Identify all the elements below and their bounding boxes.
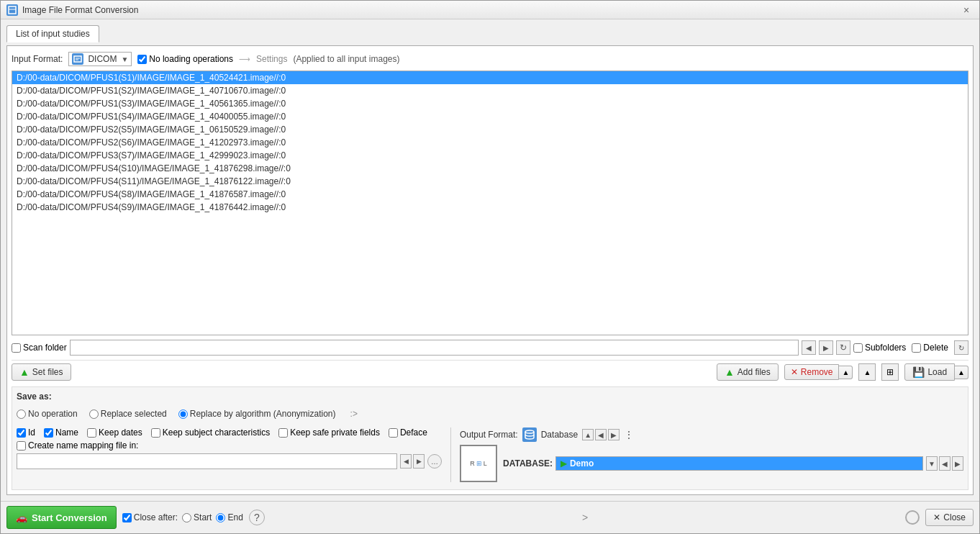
create-name-mapping-checkbox[interactable] bbox=[17, 441, 26, 451]
input-format-value: DICOM bbox=[85, 54, 119, 64]
add-files-label: Add files bbox=[738, 367, 771, 377]
list-item[interactable]: D:/00-data/DICOM/PFUS1(S3)/IMAGE/IMAGE_1… bbox=[12, 97, 968, 110]
output-prev-button[interactable]: ◀ bbox=[595, 429, 607, 440]
name-checkbox[interactable] bbox=[44, 428, 53, 438]
window-title: Image File Format Conversion bbox=[22, 5, 138, 15]
end-radio-label[interactable]: End bbox=[216, 512, 242, 522]
replace-algorithm-radio[interactable] bbox=[178, 409, 188, 419]
file-list[interactable]: D:/00-data/DICOM/PFUS1(S1)/IMAGE/IMAGE_1… bbox=[12, 71, 968, 335]
subfolders-label: Subfolders bbox=[865, 343, 906, 353]
name-mapping-next[interactable]: ▶ bbox=[413, 454, 425, 469]
scan-refresh-button[interactable]: ↻ bbox=[836, 340, 850, 355]
right-bottom: Output Format: Database ▲ bbox=[460, 427, 963, 482]
replace-algorithm-radio-label[interactable]: Replace by algorithm (Anonymization) bbox=[178, 409, 336, 419]
add-files-icon: ▲ bbox=[725, 366, 735, 378]
delete-checkbox[interactable] bbox=[912, 343, 921, 353]
no-loading-checkbox-label[interactable]: No loading operations bbox=[137, 54, 233, 64]
delete-checkbox-label[interactable]: Delete bbox=[912, 343, 948, 353]
settings-link[interactable]: Settings bbox=[256, 54, 287, 64]
keep-dates-checkbox[interactable] bbox=[87, 428, 96, 438]
name-mapping-prev[interactable]: ◀ bbox=[400, 454, 412, 469]
grid-view-button[interactable]: ⊞ bbox=[881, 363, 899, 381]
list-item[interactable]: D:/00-data/DICOM/PFUS4(S8)/IMAGE/IMAGE_1… bbox=[12, 188, 968, 201]
db-nav: ▼ ◀ ▶ bbox=[926, 456, 963, 471]
remove-label: Remove bbox=[801, 367, 833, 377]
scan-folder-input[interactable] bbox=[70, 340, 799, 356]
name-mapping-more[interactable]: … bbox=[427, 454, 442, 469]
scan-folder-checkbox-label[interactable]: Scan folder bbox=[12, 343, 67, 353]
close-button[interactable]: ✕ Close bbox=[925, 509, 974, 526]
list-item[interactable]: D:/00-data/DICOM/PFUS1(S1)/IMAGE/IMAGE_1… bbox=[12, 71, 968, 84]
list-item[interactable]: D:/00-data/DICOM/PFUS3(S7)/IMAGE/IMAGE_1… bbox=[12, 149, 968, 162]
db-prev-button[interactable]: ◀ bbox=[939, 456, 950, 471]
start-conversion-button[interactable]: 🚗 Start Conversion bbox=[6, 506, 117, 529]
start-radio-label[interactable]: Start bbox=[182, 512, 212, 522]
help-button[interactable]: ? bbox=[249, 510, 265, 525]
keep-dates-checkbox-label[interactable]: Keep dates bbox=[87, 427, 142, 438]
tab-input-studies[interactable]: List of input studies bbox=[6, 25, 99, 42]
options-row: Id Name Keep dates bbox=[17, 427, 442, 438]
name-mapping-nav: ◀ ▶ bbox=[400, 454, 425, 469]
no-loading-checkbox[interactable] bbox=[137, 55, 147, 64]
replace-selected-label: Replace selected bbox=[101, 409, 167, 419]
replace-selected-radio[interactable] bbox=[89, 409, 99, 419]
output-up-button[interactable]: ▲ bbox=[582, 429, 594, 440]
arrow-icon: ⟶ bbox=[239, 55, 250, 64]
title-bar: Image File Format Conversion × bbox=[1, 1, 979, 19]
list-item[interactable]: D:/00-data/DICOM/PFUS4(S10)/IMAGE/IMAGE_… bbox=[12, 162, 968, 175]
replace-selected-radio-label[interactable]: Replace selected bbox=[89, 409, 167, 419]
scan-folder-checkbox[interactable] bbox=[12, 343, 21, 353]
add-files-button[interactable]: ▲ Add files bbox=[717, 363, 779, 381]
load-label: Load bbox=[927, 367, 947, 377]
subfolders-checkbox-label[interactable]: Subfolders bbox=[853, 343, 906, 353]
db-next-button[interactable]: ▶ bbox=[952, 456, 963, 471]
list-item[interactable]: D:/00-data/DICOM/PFUS4(S11)/IMAGE/IMAGE_… bbox=[12, 175, 968, 188]
scan-next-button[interactable]: ▶ bbox=[819, 340, 833, 355]
load-button[interactable]: 💾 Load bbox=[904, 363, 955, 381]
end-radio[interactable] bbox=[216, 513, 225, 522]
footer-center: > bbox=[265, 512, 906, 523]
deface-checkbox-label[interactable]: Deface bbox=[389, 427, 427, 438]
move-up-button[interactable]: ▲ bbox=[858, 363, 876, 381]
remove-group: ✕ Remove ▲ bbox=[784, 364, 853, 380]
list-item[interactable]: D:/00-data/DICOM/PFUS1(S4)/IMAGE/IMAGE_1… bbox=[12, 110, 968, 123]
output-next-button[interactable]: ▶ bbox=[608, 429, 620, 440]
close-after-checkbox-label[interactable]: Close after: bbox=[122, 512, 178, 522]
list-item[interactable]: D:/00-data/DICOM/PFUS4(S9)/IMAGE/IMAGE_1… bbox=[12, 201, 968, 214]
dicom-icon bbox=[72, 53, 83, 65]
id-checkbox-label[interactable]: Id bbox=[17, 427, 35, 438]
input-format-combo[interactable]: DICOM ▼ bbox=[68, 52, 132, 66]
list-item[interactable]: D:/00-data/DICOM/PFUS2(S5)/IMAGE/IMAGE_1… bbox=[12, 123, 968, 136]
db-play-icon: ▶ bbox=[561, 458, 567, 469]
db-dropdown-button[interactable]: ▼ bbox=[926, 456, 938, 471]
list-item[interactable]: D:/00-data/DICOM/PFUS2(S6)/IMAGE/IMAGE_1… bbox=[12, 136, 968, 149]
bottom-section: Id Name Keep dates bbox=[17, 425, 963, 485]
scan-extra-button[interactable]: ↻ bbox=[954, 340, 968, 355]
no-operation-radio[interactable] bbox=[17, 409, 26, 419]
close-after-checkbox[interactable] bbox=[122, 513, 132, 522]
name-checkbox-label[interactable]: Name bbox=[44, 427, 78, 438]
db-section: R⊞L DATABASE: ▶ Demo bbox=[460, 445, 963, 482]
start-radio[interactable] bbox=[182, 513, 191, 522]
database-icon bbox=[522, 427, 537, 442]
subfolders-checkbox[interactable] bbox=[853, 343, 863, 353]
create-name-mapping-label[interactable]: Create name mapping file in: bbox=[17, 440, 138, 451]
no-operation-radio-label[interactable]: No operation bbox=[17, 409, 78, 419]
keep-subject-checkbox-label[interactable]: Keep subject characteristics bbox=[151, 427, 270, 438]
output-menu-button[interactable]: ⋮ bbox=[624, 429, 634, 440]
id-checkbox[interactable] bbox=[17, 428, 26, 438]
keep-safe-checkbox-label[interactable]: Keep safe private fields bbox=[278, 427, 380, 438]
name-mapping-input[interactable] bbox=[17, 453, 397, 469]
load-split-button[interactable]: ▲ bbox=[955, 366, 968, 379]
deface-checkbox[interactable] bbox=[389, 428, 398, 438]
set-files-button[interactable]: ▲ Set files bbox=[12, 363, 71, 381]
keep-subject-checkbox[interactable] bbox=[151, 428, 160, 438]
close-x-icon: ✕ bbox=[933, 512, 940, 522]
keep-safe-checkbox[interactable] bbox=[278, 428, 288, 438]
remove-button[interactable]: ✕ Remove bbox=[784, 364, 840, 380]
remove-split-button[interactable]: ▲ bbox=[839, 366, 853, 379]
scan-prev-button[interactable]: ◀ bbox=[802, 340, 816, 355]
close-window-button[interactable]: × bbox=[959, 3, 974, 17]
list-item[interactable]: D:/00-data/DICOM/PFUS1(S2)/IMAGE/IMAGE_1… bbox=[12, 84, 968, 97]
db-value: Demo bbox=[570, 458, 594, 469]
